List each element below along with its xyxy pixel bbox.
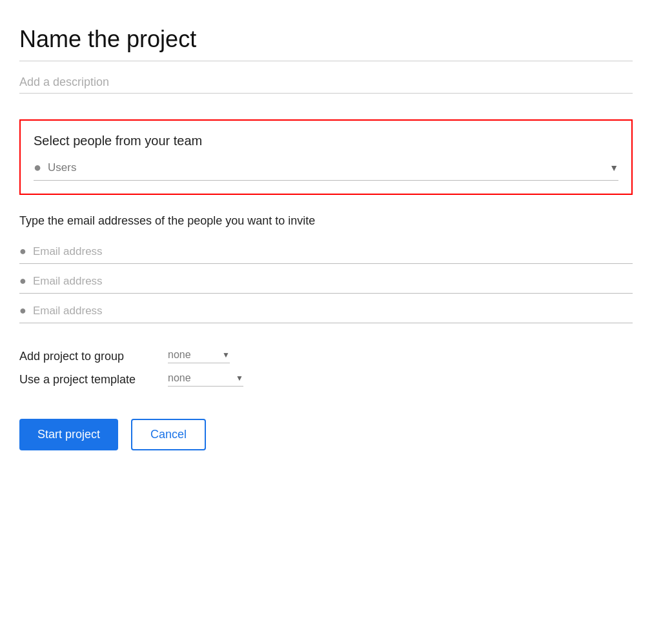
users-dropdown[interactable]: Users Team A Team B bbox=[48, 161, 609, 174]
user-select-wrapper: ● Users Team A Team B ▼ bbox=[34, 160, 618, 181]
email-user-icon-3: ● bbox=[19, 304, 26, 317]
title-divider bbox=[19, 61, 633, 61]
email-input-2[interactable] bbox=[33, 275, 633, 288]
add-to-group-row: Add project to group none Group A Group … bbox=[19, 349, 633, 363]
invite-label: Type the email addresses of the people y… bbox=[19, 214, 633, 228]
email-input-3[interactable] bbox=[33, 305, 633, 317]
group-section: Add project to group none Group A Group … bbox=[19, 349, 633, 387]
start-project-button[interactable]: Start project bbox=[19, 419, 118, 450]
select-people-label: Select people from your team bbox=[34, 134, 618, 148]
select-people-section: Select people from your team ● Users Tea… bbox=[19, 119, 633, 195]
template-row: Use a project template none Template A T… bbox=[19, 372, 633, 387]
user-icon: ● bbox=[34, 160, 41, 175]
chevron-down-icon: ▼ bbox=[609, 163, 618, 173]
email-row-2: ● bbox=[19, 269, 633, 294]
email-input-1[interactable] bbox=[33, 245, 633, 258]
invite-section: Type the email addresses of the people y… bbox=[19, 214, 633, 323]
group-dropdown[interactable]: none Group A Group B bbox=[168, 349, 219, 360]
group-dropdown-wrapper: none Group A Group B ▼ bbox=[168, 349, 230, 363]
add-to-group-label: Add project to group bbox=[19, 350, 155, 363]
template-chevron-icon: ▼ bbox=[236, 374, 243, 383]
group-chevron-icon: ▼ bbox=[222, 350, 230, 359]
action-buttons: Start project Cancel bbox=[19, 419, 633, 450]
template-dropdown[interactable]: none Template A Template B bbox=[168, 372, 233, 383]
page-title: Name the project bbox=[19, 26, 633, 53]
email-row-1: ● bbox=[19, 239, 633, 264]
email-row-3: ● bbox=[19, 299, 633, 323]
description-input[interactable] bbox=[19, 72, 633, 94]
email-user-icon-2: ● bbox=[19, 274, 26, 288]
cancel-button[interactable]: Cancel bbox=[131, 419, 206, 450]
template-dropdown-wrapper: none Template A Template B ▼ bbox=[168, 372, 243, 387]
template-label: Use a project template bbox=[19, 373, 155, 387]
email-user-icon-1: ● bbox=[19, 245, 26, 258]
